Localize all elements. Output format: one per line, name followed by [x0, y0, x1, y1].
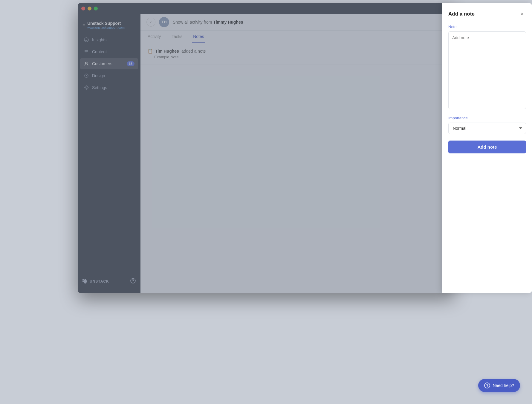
svg-point-0 [84, 38, 88, 42]
brand-name: Unstack Support [87, 21, 125, 26]
design-icon [84, 73, 89, 78]
add-note-button[interactable]: Add note [448, 141, 526, 153]
activity-label: Show all activity from Timmy Hughes [173, 20, 243, 25]
close-icon: × [521, 11, 523, 17]
top-bar: ‹ TH Show all activity from Timmy Hughes [140, 14, 454, 31]
fullscreen-traffic-light[interactable] [94, 7, 98, 10]
sidebar-item-insights-label: Insights [92, 37, 106, 42]
back-button[interactable]: ‹ [146, 18, 155, 27]
sidebar-item-settings[interactable]: Settings [80, 82, 138, 93]
unstack-logo: UNSTACK [82, 279, 109, 283]
need-help-button[interactable]: ? Need help? [478, 379, 520, 392]
activity-prefix: Show all activity from [173, 20, 212, 25]
brand-url: www.unstacksupport.com [87, 26, 125, 29]
note-textarea[interactable] [448, 31, 526, 109]
tab-tasks[interactable]: Tasks [170, 31, 184, 43]
need-help-label: Need help? [493, 383, 514, 388]
brand-icon: ≡ [82, 23, 85, 28]
sidebar-item-content[interactable]: Content [80, 46, 138, 57]
tab-notes[interactable]: Notes [192, 31, 205, 43]
svg-point-9 [133, 282, 133, 283]
insights-icon [84, 37, 89, 42]
sidebar-item-customers-label: Customers [92, 61, 112, 66]
sidebar-item-insights[interactable]: Insights [80, 34, 138, 45]
title-bar [78, 3, 454, 14]
add-note-panel: Add a note × Note Importance Normal High… [442, 3, 532, 293]
brand-info: Unstack Support www.unstacksupport.com [87, 21, 125, 29]
note-item-header: 📋 Tim Hughes added a note [148, 49, 447, 54]
sidebar: ≡ Unstack Support www.unstacksupport.com… [78, 14, 140, 293]
close-button[interactable]: × [518, 10, 526, 18]
sidebar-nav: Insights Content Customers 15 [78, 34, 140, 275]
tab-activity[interactable]: Activity [146, 31, 162, 43]
note-action: added a note [181, 49, 206, 54]
svg-rect-1 [85, 50, 88, 51]
sidebar-item-design-label: Design [92, 73, 105, 78]
note-author: Tim Hughes [155, 49, 179, 54]
help-icon[interactable] [130, 278, 136, 285]
svg-point-4 [85, 62, 87, 64]
panel-header: Add a note × [448, 10, 526, 18]
customer-name: Timmy Hughes [213, 20, 243, 25]
note-item: 📋 Tim Hughes added a note Example Note [140, 43, 454, 65]
customers-icon [84, 61, 89, 66]
note-doc-icon: 📋 [148, 49, 153, 54]
svg-point-7 [86, 87, 87, 89]
window-body: ≡ Unstack Support www.unstacksupport.com… [78, 14, 454, 293]
svg-point-6 [86, 75, 87, 76]
panel-title: Add a note [448, 11, 475, 17]
importance-select[interactable]: Normal High Low [448, 123, 526, 134]
minimize-traffic-light[interactable] [88, 7, 91, 10]
svg-rect-3 [85, 53, 87, 53]
sidebar-item-settings-label: Settings [92, 85, 107, 90]
sidebar-brand[interactable]: ≡ Unstack Support www.unstacksupport.com… [78, 19, 140, 34]
unstack-logo-text: UNSTACK [90, 279, 109, 283]
content-icon [84, 49, 89, 54]
app-window: ≡ Unstack Support www.unstacksupport.com… [78, 3, 454, 293]
tabs-bar: Activity Tasks Notes [140, 31, 454, 43]
svg-rect-2 [85, 51, 88, 52]
note-label: Note [448, 25, 526, 29]
sidebar-footer: UNSTACK [78, 275, 140, 288]
sidebar-item-customers[interactable]: Customers 15 [80, 58, 138, 69]
customer-avatar: TH [159, 17, 169, 27]
need-help-icon: ? [484, 382, 490, 388]
notes-list: 📋 Tim Hughes added a note Example Note [140, 43, 454, 293]
close-traffic-light[interactable] [81, 7, 85, 10]
sidebar-item-design[interactable]: Design [80, 70, 138, 81]
main-content: ‹ TH Show all activity from Timmy Hughes… [140, 14, 454, 293]
customers-badge: 15 [127, 61, 134, 66]
note-body: Example Note [148, 55, 447, 59]
brand-chevron-icon: ⌄ [133, 24, 136, 27]
sidebar-item-content-label: Content [92, 49, 107, 54]
importance-label: Importance [448, 116, 526, 120]
settings-icon [84, 85, 89, 90]
